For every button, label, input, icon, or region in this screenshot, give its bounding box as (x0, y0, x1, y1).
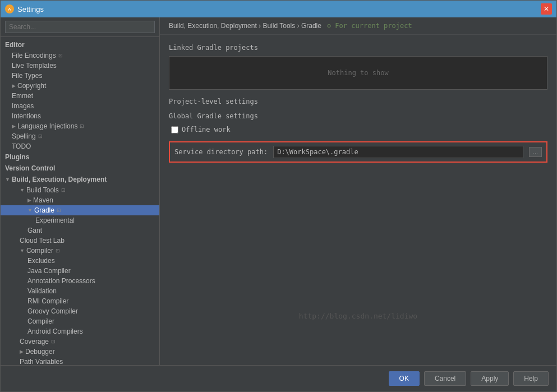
sidebar-item-file-encodings[interactable]: File Encodings ⊡ (1, 50, 159, 61)
global-gradle-title: Global Gradle settings (169, 112, 547, 120)
sidebar-item-copyright[interactable]: ▶ Copyright (1, 81, 159, 91)
plugins-label: Plugins (5, 153, 29, 161)
sidebar-item-android-compilers[interactable]: Android Compilers (1, 326, 159, 336)
sidebar: Editor File Encodings ⊡ Live Templates F… (1, 17, 160, 365)
linked-projects-title: Linked Gradle projects (169, 44, 547, 52)
sidebar-item-validation[interactable]: Validation (1, 286, 159, 296)
search-input[interactable] (5, 21, 155, 33)
build-exec-label: Build, Execution, Deployment (12, 176, 107, 183)
dialog-title: Settings (17, 5, 44, 13)
sidebar-item-maven[interactable]: ▶ Maven (1, 195, 159, 205)
copy-icon4: ⊡ (61, 187, 66, 193)
help-button[interactable]: Help (513, 371, 549, 386)
sidebar-item-cloud-test-lab[interactable]: Cloud Test Lab (1, 236, 159, 246)
cancel-button[interactable]: Cancel (424, 371, 466, 386)
watermark-text: http://blog.csdn.net/lidiwo (299, 312, 417, 320)
right-panel: Build, Execution, Deployment › Build Too… (160, 17, 556, 365)
editor-label: Editor (5, 41, 25, 49)
copy-icon6: ⊡ (56, 248, 60, 253)
sidebar-item-emmet[interactable]: Emmet (1, 91, 159, 101)
search-box (1, 17, 159, 37)
sidebar-item-annotation-processors[interactable]: Annotation Processors (1, 276, 159, 286)
sidebar-item-spelling[interactable]: Spelling ⊡ (1, 131, 159, 141)
service-directory-row: Service directory path: ... (169, 141, 547, 163)
breadcrumb-bar: Build, Execution, Deployment › Build Too… (160, 17, 556, 35)
sidebar-item-java-compiler[interactable]: Java Compiler (1, 266, 159, 276)
arrow-down-icon4: ▼ (20, 248, 25, 253)
sidebar-section-build-exec: ▼ Build, Execution, Deployment (1, 174, 159, 185)
title-bar-left: A Settings (5, 4, 44, 13)
sidebar-item-build-tools[interactable]: ▼ Build Tools ⊡ (1, 185, 159, 195)
app-icon: A (5, 4, 14, 13)
close-button[interactable]: ✕ (541, 3, 552, 15)
arrow-down-icon2: ▼ (20, 187, 25, 193)
offline-work-checkbox[interactable] (171, 126, 178, 133)
copy-icon5: ⊡ (57, 207, 61, 213)
sidebar-item-excludes[interactable]: Excludes (1, 256, 159, 266)
main-content: Editor File Encodings ⊡ Live Templates F… (1, 17, 556, 365)
breadcrumb-text: Build, Execution, Deployment › Build Too… (169, 22, 325, 30)
breadcrumb-suffix: ⊕ For current project (327, 22, 412, 30)
copy-icon2: ⊡ (80, 123, 84, 129)
sidebar-item-live-templates[interactable]: Live Templates (1, 61, 159, 71)
sidebar-item-rmi-compiler[interactable]: RMI Compiler (1, 296, 159, 306)
copy-icon: ⊡ (58, 53, 63, 58)
sidebar-item-file-types[interactable]: File Types (1, 71, 159, 81)
sidebar-section-version-control: Version Control (1, 163, 159, 174)
ok-button[interactable]: OK (389, 371, 420, 386)
tree-area[interactable]: Editor File Encodings ⊡ Live Templates F… (1, 37, 159, 365)
version-control-label: Version Control (5, 164, 55, 172)
nothing-to-show-text: Nothing to show (328, 69, 388, 77)
sidebar-section-plugins: Plugins (1, 151, 159, 163)
offline-work-row: Offline work (169, 126, 547, 133)
svg-text:A: A (8, 7, 11, 12)
sidebar-section-editor: Editor (1, 39, 159, 50)
copy-icon7: ⊡ (51, 339, 56, 344)
arrow-down-icon: ▼ (5, 177, 10, 182)
service-dir-input[interactable] (273, 146, 523, 158)
apply-button[interactable]: Apply (471, 371, 509, 386)
arrow-right-icon: ▶ (12, 83, 16, 89)
sidebar-item-language-injections[interactable]: ▶ Language Injections ⊡ (1, 121, 159, 131)
sidebar-item-images[interactable]: Images (1, 101, 159, 111)
service-dir-label: Service directory path: (174, 148, 268, 156)
sidebar-item-experimental[interactable]: Experimental (1, 215, 159, 225)
arrow-right-icon2: ▶ (12, 123, 16, 129)
sidebar-item-path-variables[interactable]: Path Variables (1, 357, 159, 365)
sidebar-item-gant[interactable]: Gant (1, 225, 159, 236)
browse-button[interactable]: ... (529, 147, 542, 157)
arrow-right-icon4: ▶ (20, 349, 24, 354)
arrow-right-icon3: ▶ (27, 197, 31, 203)
arrow-down-icon3: ▼ (27, 207, 33, 213)
sidebar-item-compiler[interactable]: ▼ Compiler ⊡ (1, 246, 159, 256)
sidebar-item-todo[interactable]: TODO (1, 141, 159, 151)
title-bar: A Settings ✕ (1, 1, 556, 17)
bottom-bar: OK Cancel Apply Help (1, 365, 556, 391)
content-area: Linked Gradle projects Nothing to show P… (160, 35, 556, 365)
copy-icon3: ⊡ (38, 133, 43, 139)
sidebar-item-compiler2[interactable]: Compiler (1, 316, 159, 326)
sidebar-item-coverage[interactable]: Coverage ⊡ (1, 336, 159, 347)
project-level-title: Project-level settings (169, 98, 547, 105)
linked-projects-box: Nothing to show (169, 56, 547, 90)
sidebar-item-gradle[interactable]: ▼ Gradle ⊡ (1, 205, 159, 215)
settings-dialog: A Settings ✕ Editor File Encodings ⊡ (0, 0, 557, 392)
offline-work-label: Offline work (182, 126, 231, 133)
sidebar-item-debugger[interactable]: ▶ Debugger (1, 347, 159, 357)
sidebar-item-intentions[interactable]: Intentions (1, 111, 159, 121)
sidebar-item-groovy-compiler[interactable]: Groovy Compiler (1, 306, 159, 316)
